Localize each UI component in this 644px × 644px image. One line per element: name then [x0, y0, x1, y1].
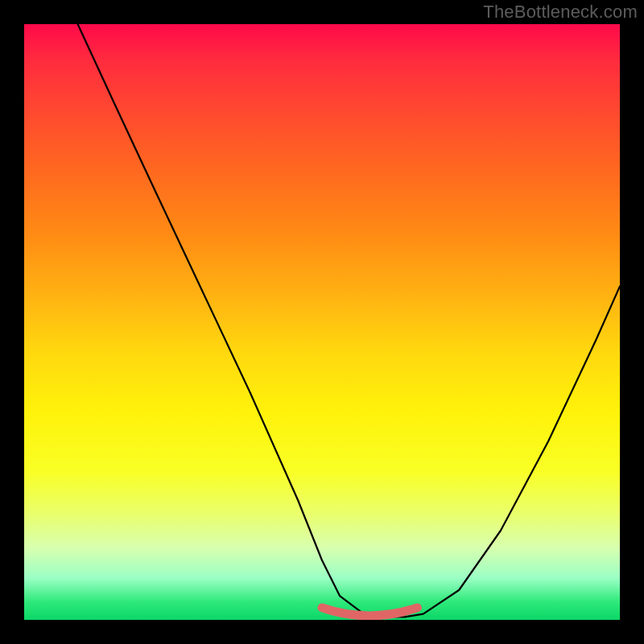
bottleneck-curve	[78, 24, 620, 617]
watermark-text: TheBottleneck.com	[483, 2, 638, 23]
chart-svg	[24, 24, 620, 620]
highlight-band	[322, 608, 417, 616]
plot-area	[24, 24, 620, 620]
chart-frame: TheBottleneck.com	[0, 0, 644, 644]
